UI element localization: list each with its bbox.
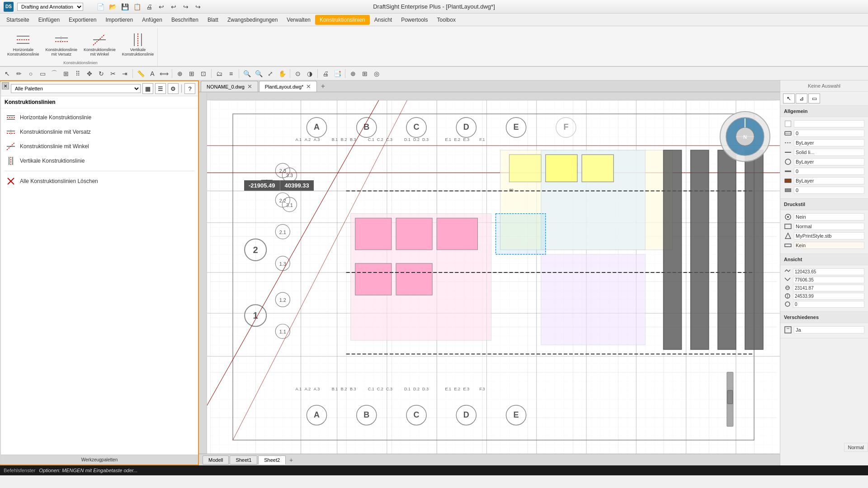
arc-icon[interactable]: ⌒ bbox=[49, 68, 60, 79]
pan-icon[interactable]: ✋ bbox=[277, 68, 288, 79]
tab-plantlayout-close[interactable]: ✕ bbox=[306, 83, 311, 90]
layer-value[interactable]: 0 bbox=[794, 130, 864, 137]
new-icon[interactable]: 📄 bbox=[95, 1, 106, 12]
palette-item-winkel[interactable]: Konstruktionslinie mit Winkel bbox=[1, 139, 198, 154]
ribbon-btn-vertikal[interactable]: VertikaleKonstruktionslinie bbox=[120, 32, 156, 58]
properties-icon[interactable]: ≡ bbox=[226, 68, 236, 79]
menu-blatt[interactable]: Blatt bbox=[203, 15, 223, 25]
linetype3-value[interactable]: ByLayer bbox=[794, 158, 864, 165]
lineweight-value[interactable]: 0 bbox=[794, 168, 864, 175]
palette-list-btn[interactable]: ☰ bbox=[155, 83, 166, 94]
style-value[interactable]: MyPrintStyle.stb bbox=[794, 232, 864, 239]
attrib-icon[interactable]: ⊡ bbox=[198, 68, 209, 79]
hatch-icon[interactable]: ⊞ bbox=[61, 68, 71, 79]
menu-ansicht[interactable]: Ansicht bbox=[370, 15, 396, 25]
palette-dropdown[interactable]: Alle Paletten bbox=[11, 84, 141, 93]
nein-value[interactable]: Nein bbox=[794, 213, 864, 221]
drawing-canvas[interactable]: A B C D E F A.1 A.2 A.3 B.1 B.2 bbox=[199, 92, 780, 454]
menu-konstruktionslinien[interactable]: Konstruktionslinien bbox=[315, 15, 370, 25]
dim-icon[interactable]: ⟺ bbox=[159, 68, 170, 79]
text-icon[interactable]: A bbox=[147, 68, 158, 79]
ja-value[interactable]: Ja bbox=[794, 326, 864, 333]
right-window-btn[interactable]: ▭ bbox=[808, 94, 820, 103]
zero-value[interactable]: 0 bbox=[794, 187, 864, 194]
bylayer-value[interactable]: ByLayer bbox=[794, 177, 864, 184]
array-icon[interactable]: ⠿ bbox=[72, 68, 83, 79]
print2-icon[interactable]: 🖨 bbox=[320, 68, 331, 79]
grid-icon[interactable]: ⊞ bbox=[359, 68, 370, 79]
btab-sheet2[interactable]: Sheet2 bbox=[258, 455, 286, 465]
circle-icon[interactable]: ○ bbox=[25, 68, 36, 79]
print-icon[interactable]: 🖨 bbox=[144, 1, 155, 12]
shademode-icon[interactable]: ◑ bbox=[304, 68, 315, 79]
open-icon[interactable]: 📂 bbox=[107, 1, 118, 12]
move-icon[interactable]: ✥ bbox=[84, 68, 95, 79]
snap-icon[interactable]: ⊕ bbox=[348, 68, 359, 79]
osnap-icon[interactable]: ◎ bbox=[371, 68, 382, 79]
insert-block-icon[interactable]: ⊕ bbox=[175, 68, 185, 79]
menu-zwangsbedingungen[interactable]: Zwangsbedingungen bbox=[223, 15, 282, 25]
workspace-select[interactable]: Drafting and Annotation bbox=[17, 3, 83, 11]
palette-help-btn[interactable]: ? bbox=[184, 83, 195, 94]
kein-value[interactable]: Kein bbox=[794, 242, 864, 249]
rotate-icon[interactable]: ↻ bbox=[96, 68, 107, 79]
menu-anfuegen[interactable]: Anfügen bbox=[137, 15, 167, 25]
rect-icon[interactable]: ▭ bbox=[37, 68, 48, 79]
palette-close-btn[interactable]: ✕ bbox=[2, 82, 9, 89]
palette-settings-btn[interactable]: ⚙ bbox=[168, 83, 179, 94]
btab-add-btn[interactable]: + bbox=[287, 455, 296, 465]
zoom-out-icon[interactable]: 🔍 bbox=[253, 68, 264, 79]
btab-sheet1[interactable]: Sheet1 bbox=[230, 455, 257, 465]
zoom-extent-icon[interactable]: ⤢ bbox=[265, 68, 276, 79]
workspace-dropdown[interactable]: Drafting and Annotation bbox=[17, 3, 83, 11]
tab-add-btn[interactable]: + bbox=[318, 81, 328, 91]
palette-grid-btn[interactable]: ▦ bbox=[142, 83, 153, 94]
tab-noname[interactable]: NONAME_0.dwg ✕ bbox=[201, 81, 258, 92]
redo2-icon[interactable]: ↪ bbox=[193, 1, 203, 12]
btab-modell[interactable]: Modell bbox=[203, 455, 229, 465]
3d-orbit-icon[interactable]: ⊙ bbox=[292, 68, 303, 79]
measure-icon[interactable]: 📏 bbox=[135, 68, 146, 79]
ribbon-btn-horizontale[interactable]: HorizontaleKonstruktionslinie bbox=[5, 32, 41, 58]
tab-plantlayout[interactable]: PlantLayout.dwg* ✕ bbox=[259, 81, 317, 92]
menu-exportieren[interactable]: Exportieren bbox=[64, 15, 101, 25]
palette-item-horizontal[interactable]: Horizontale Konstruktionslinie bbox=[1, 110, 198, 125]
layer-icon[interactable]: 🗂 bbox=[214, 68, 225, 79]
menu-startseite[interactable]: Startseite bbox=[2, 15, 34, 25]
extend-icon[interactable]: ⇥ bbox=[119, 68, 130, 79]
vtab-konstruktionen[interactable]: Konstruktions... bbox=[0, 130, 0, 169]
linetype-value[interactable]: ByLayer bbox=[794, 139, 864, 146]
menu-powertools[interactable]: Powertools bbox=[396, 15, 432, 25]
redo-icon[interactable]: ↪ bbox=[180, 1, 191, 12]
view-val-5[interactable]: 0 bbox=[793, 301, 864, 308]
view-val-3[interactable]: 23141.87 bbox=[793, 285, 864, 291]
view-val-2[interactable]: 77606.35 bbox=[793, 277, 864, 283]
right-poly-btn[interactable]: ⊿ bbox=[796, 94, 807, 103]
pdf-icon[interactable]: 📑 bbox=[332, 68, 343, 79]
menu-toolbox[interactable]: Toolbox bbox=[433, 15, 460, 25]
block-def-icon[interactable]: ⊞ bbox=[186, 68, 197, 79]
ribbon-btn-winkel[interactable]: Konstruktionsliniemit Winkel bbox=[82, 32, 118, 58]
menu-beschriften[interactable]: Beschriften bbox=[167, 15, 203, 25]
ribbon-btn-versatz[interactable]: Konstruktionsliniemit Versatz bbox=[44, 32, 80, 58]
vtab-aendern[interactable]: Ändern bbox=[0, 108, 0, 130]
palette-delete-btn[interactable]: Alle Konstruktionslinien Löschen bbox=[1, 174, 198, 188]
trim-icon[interactable]: ✂ bbox=[108, 68, 118, 79]
menu-verwalten[interactable]: Verwalten bbox=[282, 15, 315, 25]
zoom-in-icon[interactable]: 🔍 bbox=[241, 68, 252, 79]
undo-icon[interactable]: ↩ bbox=[156, 1, 167, 12]
save-icon[interactable]: 💾 bbox=[119, 1, 130, 12]
view-val-4[interactable]: 24533.99 bbox=[793, 293, 864, 300]
color-value[interactable] bbox=[794, 120, 864, 127]
undo2-icon[interactable]: ↩ bbox=[168, 1, 179, 12]
vtab-zeichnen[interactable]: Zeichnen bbox=[0, 82, 0, 108]
save-as-icon[interactable]: 📋 bbox=[132, 1, 142, 12]
right-select-btn[interactable]: ↖ bbox=[783, 94, 795, 103]
normal-value[interactable]: Normal bbox=[794, 223, 864, 230]
view-val-1[interactable]: 120423.65 bbox=[793, 268, 864, 275]
palette-item-versatz[interactable]: Konstruktionslinie mit Versatz bbox=[1, 125, 198, 139]
palette-item-vertikal[interactable]: Vertikale Konstruktionslinie bbox=[1, 154, 198, 168]
tab-noname-close[interactable]: ✕ bbox=[247, 83, 252, 90]
linetype2-value[interactable]: Solid li... bbox=[794, 149, 864, 156]
menu-einfuegen[interactable]: Einfügen bbox=[34, 15, 64, 25]
